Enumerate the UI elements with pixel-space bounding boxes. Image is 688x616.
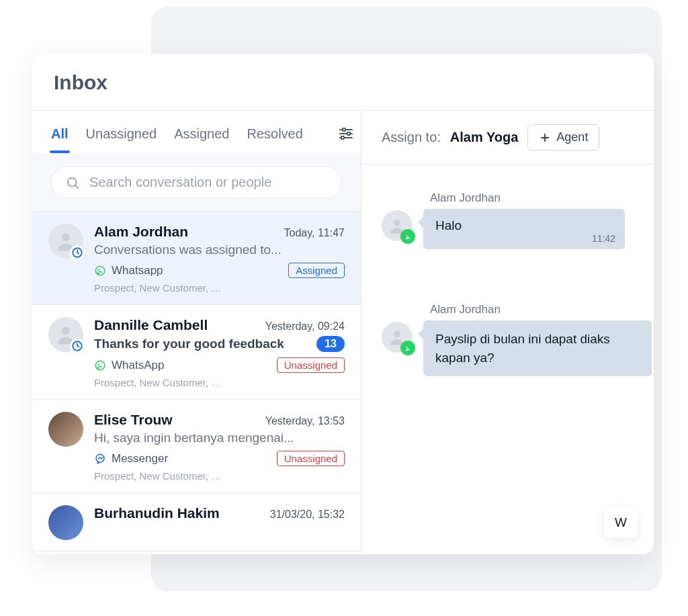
timestamp: Yesterday, 09:24 [265,320,345,333]
whatsapp-badge [400,341,415,355]
tab-resolved[interactable]: Resolved [247,127,302,152]
svg-line-7 [75,185,78,188]
whatsapp-icon [404,232,413,241]
message-sender: Alam Jordhan [430,303,654,316]
main-row: All Unassigned Assigned Resolved [32,111,654,554]
page-title: Inbox [54,71,632,94]
contact-tags: Prospect, New Customer, … [94,282,345,294]
avatar [48,505,83,540]
message-bubble: Halo 11:42 [423,209,625,249]
tab-unassigned[interactable]: Unassigned [86,127,157,152]
svg-point-13 [95,361,105,370]
messenger-icon [94,453,106,465]
add-agent-button[interactable]: Agent [527,124,599,150]
plus-icon [539,132,551,144]
svg-point-18 [394,331,400,337]
message-preview: Hi, saya ingin bertanya mengenai... [94,431,294,445]
contact-name: Burhanudin Hakim [94,505,220,521]
svg-point-11 [62,327,69,335]
timestamp: Today, 11:47 [284,227,345,239]
conversation-item[interactable]: Burhanudin Hakim 31/03/20, 15:32 [32,493,361,552]
message-preview: Conversations was assigned to... [94,243,282,257]
contact-name: Elise Trouw [94,412,173,428]
message: Alam Jordhan Payslip di bulan ini dapat … [382,303,654,376]
avatar [48,224,83,259]
search-icon [65,175,80,190]
avatar [48,317,83,352]
avatar-photo [48,412,83,447]
search-box[interactable] [51,166,342,199]
contact-tags: Prospect, New Customer, … [94,377,345,388]
avatar-photo [48,505,83,540]
message-avatar [382,210,413,241]
filter-bar: All Unassigned Assigned Resolved [32,111,361,154]
message-sender: Alam Jordhan [430,191,654,205]
whatsapp-badge [400,229,415,244]
title-bar: Inbox [32,54,654,111]
message-text: Halo [435,218,462,232]
channel-tag: WhatsApp [94,359,164,372]
app-window: Inbox All Unassigned Assigned Resolved [32,54,654,554]
contact-name: Alam Jordhan [94,224,188,240]
svg-point-8 [62,234,69,241]
status-badge: Unassigned [277,357,345,373]
svg-point-10 [95,266,105,275]
search-container [32,154,361,212]
message-avatar [382,322,413,353]
conversation-panel: All Unassigned Assigned Resolved [32,111,361,554]
svg-point-3 [347,132,350,135]
message-time: 11:42 [592,233,615,244]
svg-point-5 [341,136,344,139]
conversation-item[interactable]: Dannille Cambell Yesterday, 09:24 Thanks… [32,305,361,400]
sliders-icon [338,126,354,142]
whatsapp-icon [94,359,106,371]
channel-tag: Whatsapp [94,264,163,277]
reply-preview[interactable]: W [604,507,638,538]
status-badge: Assigned [288,263,345,278]
search-input[interactable] [89,175,328,190]
message-preview: Thanks for your good feedback [94,337,284,351]
assignee-name: Alam Yoga [450,130,519,145]
clock-badge [70,339,85,353]
clock-badge [70,245,85,260]
conversation-item[interactable]: Elise Trouw Yesterday, 13:53 Hi, saya in… [32,400,361,493]
channel-tag: Messenger [94,452,168,466]
conversation-list: Alam Jordhan Today, 11:47 Conversations … [32,212,361,554]
tab-assigned[interactable]: Assigned [174,127,229,152]
svg-point-1 [343,128,345,131]
contact-name: Dannille Cambell [94,317,208,333]
conversation-item[interactable]: Alam Jordhan Today, 11:47 Conversations … [32,212,361,305]
avatar [48,412,83,447]
chat-area: Alam Jordhan Halo 11:42 [361,165,654,554]
svg-point-17 [394,220,400,226]
assign-bar: Assign to: Alam Yoga Agent [361,111,654,165]
contact-tags: Prospect, New Customer, … [94,470,345,482]
whatsapp-icon [404,344,413,353]
filter-settings-button[interactable] [338,126,354,154]
message-text: Payslip di bulan ini dapat diaks kapan y… [435,332,610,365]
clock-icon [71,340,83,352]
timestamp: 31/03/20, 15:32 [270,509,345,521]
message: Alam Jordhan Halo 11:42 [382,191,654,249]
clock-icon [71,247,83,259]
unread-count: 13 [316,336,345,352]
timestamp: Yesterday, 13:53 [265,415,345,427]
status-badge: Unassigned [277,451,345,466]
assign-label: Assign to: [382,130,441,145]
chat-panel: Assign to: Alam Yoga Agent [361,111,654,554]
whatsapp-icon [94,265,106,277]
tab-all[interactable]: All [51,127,69,152]
message-bubble: Payslip di bulan ini dapat diaks kapan y… [423,320,652,376]
